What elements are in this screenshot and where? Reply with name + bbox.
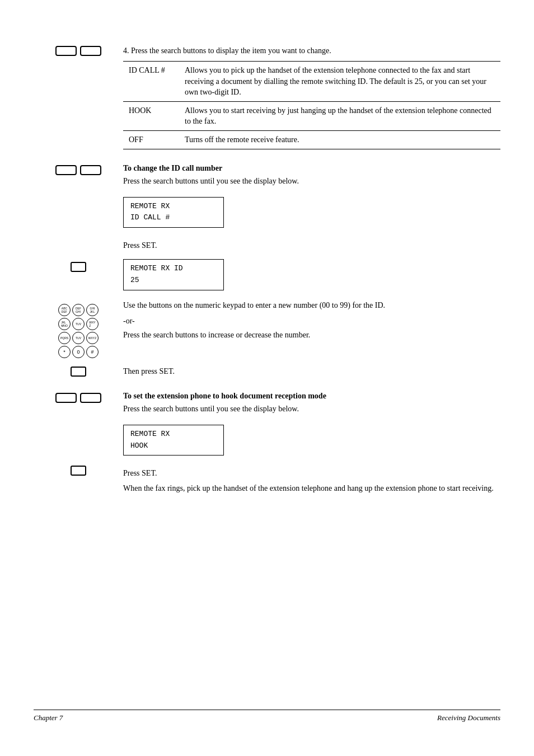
step4-intro: 4. Press the search buttons to display t… <box>123 45 500 57</box>
key-9: WXYZ <box>86 332 99 344</box>
lcd-line-3: REMOTE RX ID <box>130 263 217 275</box>
key-mno: TUV <box>72 318 85 330</box>
use-buttons-text: Use the buttons on the numeric keypad to… <box>123 299 500 311</box>
hook-description: When the fax rings, pick up the handset … <box>123 482 500 494</box>
key-8: TUV <box>72 332 85 344</box>
key-abc: ABCDEF <box>58 304 71 316</box>
page: 4. Press the search buttons to display t… <box>0 0 534 756</box>
key-pqr: WXYZ <box>86 318 99 330</box>
key-0: 0 <box>72 346 85 358</box>
lcd-line-2: ID CALL # <box>130 212 217 224</box>
then-press-set: Then press SET. <box>123 367 500 376</box>
lcd-line-5: REMOTE RX <box>130 429 217 440</box>
idcall-intro: Press the search buttons until you see t… <box>123 175 500 187</box>
search-button-right <box>80 46 101 56</box>
footer-chapter: Chapter 7 <box>34 713 63 722</box>
or-text: -or- <box>123 317 500 326</box>
press-search-text: Press the search buttons to increase or … <box>123 329 500 341</box>
search-button-left-2 <box>55 165 77 175</box>
lcd-line-4: 25 <box>130 275 217 287</box>
table-row: HOOK Allows you to start receiving by ju… <box>123 101 500 130</box>
search-button-right-2 <box>80 165 101 175</box>
key-jkl: JKLMNO <box>58 318 71 330</box>
desc-hook: Allows you to start receiving by just ha… <box>179 101 500 130</box>
key-def: DEFGHI <box>72 304 85 316</box>
key-hash: # <box>86 346 99 358</box>
lcd-line-1: REMOTE RX <box>130 201 217 213</box>
key-star: * <box>58 346 71 358</box>
set-button-2 <box>71 367 86 377</box>
footer-title: Receiving Documents <box>437 713 500 722</box>
hook-header: To set the extension phone to hook docum… <box>123 392 500 401</box>
key-ghi: GHIJKL <box>86 304 99 316</box>
feature-table: ID CALL # Allows you to pick up the hand… <box>123 61 500 149</box>
hook-press-set: Press SET. <box>123 469 500 478</box>
desc-off: Turns off the remote receive feature. <box>179 130 500 149</box>
lcd-display-3: REMOTE RX HOOK <box>123 425 224 456</box>
term-idcall: ID CALL # <box>123 62 179 102</box>
key-7: PQRS <box>58 332 71 344</box>
term-hook: HOOK <box>123 101 179 130</box>
hook-intro: Press the search buttons until you see t… <box>123 403 500 415</box>
set-button-3 <box>71 466 86 476</box>
lcd-line-6: HOOK <box>130 440 217 452</box>
lcd-display-2: REMOTE RX ID 25 <box>123 259 224 290</box>
numeric-keypad: ABCDEF DEFGHI GHIJKL JKLMNO TUV WXYZ PQR… <box>58 304 99 358</box>
search-button-right-3 <box>80 393 101 403</box>
term-off: OFF <box>123 130 179 149</box>
idcall-header: To change the ID call number <box>123 164 500 173</box>
search-button-left-3 <box>55 393 77 403</box>
lcd-display-1: REMOTE RX ID CALL # <box>123 197 224 228</box>
set-button-1 <box>71 262 86 272</box>
press-set-1: Press SET. <box>123 241 500 250</box>
footer: Chapter 7 Receiving Documents <box>34 710 500 722</box>
desc-idcall: Allows you to pick up the handset of the… <box>179 62 500 102</box>
table-row: ID CALL # Allows you to pick up the hand… <box>123 62 500 102</box>
table-row: OFF Turns off the remote receive feature… <box>123 130 500 149</box>
search-button-left <box>55 46 77 56</box>
